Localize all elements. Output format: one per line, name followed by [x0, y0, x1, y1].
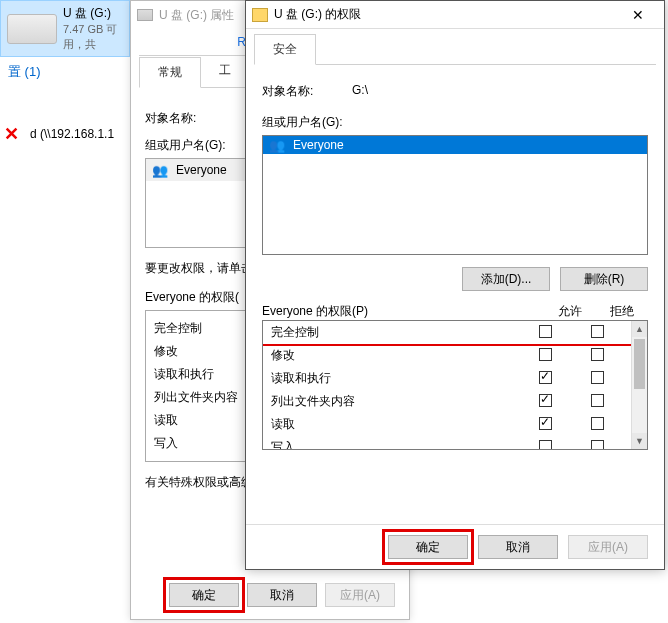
perm-row-5: 写入	[263, 436, 631, 450]
allow-checkbox[interactable]	[539, 417, 552, 430]
scrollbar[interactable]: ▲ ▼	[631, 321, 647, 449]
scroll-up-icon[interactable]: ▲	[632, 321, 647, 337]
ok-button[interactable]: 确定	[169, 583, 239, 607]
tab-security[interactable]: 安全	[254, 34, 316, 65]
drive-icon	[7, 14, 57, 44]
network-drive-label: d (\\192.168.1.1	[30, 127, 114, 141]
disconnected-icon	[4, 123, 26, 145]
perm-row-4: 读取	[263, 413, 631, 436]
col-allow: 允许	[544, 303, 596, 320]
apply-button[interactable]: 应用(A)	[325, 583, 395, 607]
ok-button2[interactable]: 确定	[388, 535, 468, 559]
group-icon2	[269, 138, 287, 152]
permissions-dialog: U 盘 (G:) 的权限 ✕ 安全 对象名称: G:\ 组或用户名(G): Ev…	[245, 0, 665, 570]
group-everyone-text: Everyone	[293, 138, 344, 152]
allow-checkbox[interactable]	[539, 394, 552, 407]
perm-label: 列出文件夹内容	[271, 393, 519, 410]
drive-small-icon	[137, 9, 153, 21]
apply-button2[interactable]: 应用(A)	[568, 535, 648, 559]
permissions-tabs: 安全	[254, 33, 656, 65]
drive-subtext: 7.47 GB 可用，共	[63, 22, 123, 52]
perm-header: Everyone 的权限(P) 允许 拒绝	[262, 303, 648, 320]
deny-checkbox[interactable]	[591, 394, 604, 407]
group-buttons: 添加(D)... 删除(R)	[262, 267, 648, 291]
perm-row-2: 读取和执行	[263, 367, 631, 390]
allow-checkbox[interactable]	[539, 371, 552, 384]
deny-checkbox[interactable]	[591, 417, 604, 430]
group-everyone-row2[interactable]: Everyone	[263, 136, 647, 154]
perm-label: 完全控制	[271, 324, 519, 341]
cancel-button2[interactable]: 取消	[478, 535, 558, 559]
folder-icon	[252, 8, 268, 22]
explorer-panel: U 盘 (G:) 7.47 GB 可用，共 置 (1) d (\\192.168…	[0, 0, 130, 200]
perm-row-3: 列出文件夹内容	[263, 390, 631, 413]
deny-checkbox[interactable]	[591, 325, 604, 338]
permissions-titlebar[interactable]: U 盘 (G:) 的权限 ✕	[246, 1, 664, 29]
object-row: 对象名称: G:\	[262, 83, 648, 100]
drive-label: U 盘 (G:)	[63, 5, 123, 22]
scroll-thumb[interactable]	[634, 339, 645, 389]
permissions-title: U 盘 (G:) 的权限	[274, 6, 361, 23]
allow-checkbox[interactable]	[539, 348, 552, 361]
device-count[interactable]: 置 (1)	[0, 57, 130, 87]
perm-label: 写入	[271, 439, 519, 450]
deny-checkbox[interactable]	[591, 371, 604, 384]
close-button[interactable]: ✕	[618, 7, 658, 23]
col-deny: 拒绝	[596, 303, 648, 320]
add-button[interactable]: 添加(D)...	[462, 267, 550, 291]
perm-header-title: Everyone 的权限(P)	[262, 303, 544, 320]
perm-label: 读取和执行	[271, 370, 519, 387]
group-label2: 组或用户名(G):	[262, 114, 648, 131]
allow-checkbox[interactable]	[539, 440, 552, 451]
remove-button[interactable]: 删除(R)	[560, 267, 648, 291]
tab-general[interactable]: 常规	[139, 57, 201, 88]
perm-label: 读取	[271, 416, 519, 433]
deny-checkbox[interactable]	[591, 440, 604, 451]
properties-title: U 盘 (G:) 属性	[159, 7, 234, 24]
object-label: 对象名称:	[262, 83, 352, 100]
group-list2[interactable]: Everyone	[262, 135, 648, 255]
properties-buttons: 确定 取消 应用(A)	[169, 583, 395, 607]
perm-label: 修改	[271, 347, 519, 364]
group-everyone-label: Everyone	[176, 163, 227, 177]
object-value: G:\	[352, 83, 368, 100]
perm-row-0: 完全控制	[263, 321, 631, 344]
group-icon	[152, 163, 170, 177]
drive-item[interactable]: U 盘 (G:) 7.47 GB 可用，共	[0, 0, 130, 57]
tab-tools[interactable]: 工	[201, 56, 249, 87]
deny-checkbox[interactable]	[591, 348, 604, 361]
perm-table: 完全控制修改读取和执行列出文件夹内容读取写入 ▲ ▼	[262, 320, 648, 450]
permissions-buttons: 确定 取消 应用(A)	[246, 524, 664, 569]
cancel-button[interactable]: 取消	[247, 583, 317, 607]
perm-row-1: 修改	[263, 344, 631, 367]
scroll-down-icon[interactable]: ▼	[632, 433, 647, 449]
allow-checkbox[interactable]	[539, 325, 552, 338]
network-drive-item[interactable]: d (\\192.168.1.1	[0, 117, 130, 151]
